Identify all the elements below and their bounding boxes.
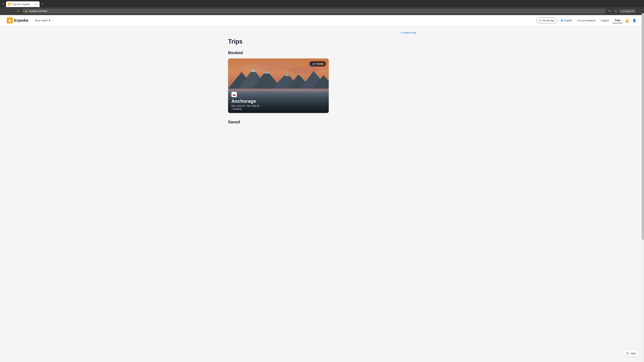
invite-btn[interactable]: 👥+ Invite <box>309 61 326 66</box>
globe-icon: 🌐 <box>560 19 563 22</box>
trip-city: Anchorage <box>232 98 325 104</box>
get-app-btn[interactable]: ⬇ Get the app <box>536 17 557 23</box>
create-trip-btn[interactable]: + Create a trip <box>400 31 416 34</box>
language-btn[interactable]: 🌐 English <box>558 18 574 23</box>
page-title: Trips <box>228 38 416 45</box>
list-property-btn[interactable]: List your property <box>576 18 598 23</box>
site-header: Expedia More travel ▼ ⬇ Get the app 🌐 En… <box>0 15 644 26</box>
help-btn[interactable]: 💬 Help <box>623 350 639 357</box>
chat-icon: 💬 <box>626 352 629 355</box>
download-icon: ⬇ <box>539 19 541 22</box>
incognito-btn[interactable]: 🉘 Incognito (2) <box>619 9 636 13</box>
booked-section-title: Booked <box>228 50 416 55</box>
trip-card-anchorage[interactable]: 👥+ Invite 🚗 Anchorage Mon, Feb 19 - Thu,… <box>228 58 329 113</box>
logo-icon <box>7 17 13 23</box>
list-property-label: List your property <box>578 19 596 22</box>
scroll-thumb[interactable] <box>642 13 644 240</box>
logo-link[interactable]: Expedia <box>7 17 28 23</box>
notifications-btn[interactable]: 🔔 <box>624 17 630 23</box>
page-wrapper: Expedia More travel ▼ ⬇ Get the app 🌐 En… <box>0 15 644 362</box>
reload-btn[interactable]: ↻ <box>16 8 21 14</box>
browser-tab-bar: ▼ Trips list | Expedia ✕ + <box>0 0 644 7</box>
svg-marker-1 <box>8 19 11 22</box>
url-text: expedia.com/trips <box>29 10 47 12</box>
header-actions: ⬇ Get the app 🌐 English List your proper… <box>536 17 637 23</box>
forward-btn[interactable]: → <box>9 8 14 14</box>
main-content: + Create a trip Trips Booked <box>221 26 422 130</box>
trips-nav-btn[interactable]: Trips <box>612 17 622 23</box>
active-tab[interactable]: Trips list | Expedia ✕ <box>6 1 40 7</box>
svg-marker-0 <box>8 3 10 5</box>
incognito-label: Incognito (2) <box>622 10 634 12</box>
tab-dropdown-btn[interactable]: ▼ <box>1 2 5 6</box>
back-btn[interactable]: ← <box>2 8 8 14</box>
new-tab-btn[interactable]: + <box>40 2 45 7</box>
incognito-icon: 🉘 <box>621 10 622 12</box>
support-label: Support <box>601 19 609 22</box>
trip-card-image: 👥+ Invite 🚗 Anchorage Mon, Feb 19 - Thu,… <box>228 58 329 113</box>
car-icon: 🚗 <box>232 93 236 96</box>
tab-favicon <box>8 3 11 5</box>
browser-nav-bar: ← → ↻ 🔒 expedia.com/trips ★ ◫ 🉘 Incognit… <box>0 7 644 15</box>
trip-card-body: 🚗 Anchorage Mon, Feb 19 - Thu, Feb 29 1 … <box>228 89 329 113</box>
tab-close-btn[interactable]: ✕ <box>34 3 38 6</box>
get-app-label: Get the app <box>542 19 554 22</box>
sidebar-btn[interactable]: ◫ <box>613 8 618 14</box>
trips-nav-label: Trips <box>614 19 620 22</box>
language-label: English <box>564 19 572 22</box>
user-account-btn[interactable]: 👤 <box>631 17 637 23</box>
more-travel-label: More travel <box>35 19 48 22</box>
support-btn[interactable]: Support <box>599 18 611 23</box>
car-icon-badge: 🚗 <box>232 92 237 97</box>
address-bar[interactable]: 🔒 expedia.com/trips <box>22 9 606 13</box>
more-travel-btn[interactable]: More travel ▼ <box>34 18 52 23</box>
nav-actions: ★ ◫ 🉘 Incognito (2) ⋮ <box>607 8 642 14</box>
trip-dates: Mon, Feb 19 - Thu, Feb 29 <box>232 105 325 107</box>
chevron-down-icon: ▼ <box>48 19 51 22</box>
saved-section-title: Saved <box>228 120 416 124</box>
create-trip-area: + Create a trip <box>228 31 416 34</box>
scrollbar[interactable] <box>642 13 644 362</box>
logo-text: Expedia <box>14 18 28 23</box>
tab-title: Trips list | Expedia <box>12 3 33 5</box>
help-label: Help <box>630 352 636 355</box>
bookmark-btn[interactable]: ★ <box>607 8 612 14</box>
menu-btn[interactable]: ⋮ <box>636 8 642 14</box>
invite-icon: 👥+ <box>312 62 316 65</box>
trip-bookings: 1 booking <box>232 108 325 110</box>
create-trip-label: + Create a trip <box>400 31 416 34</box>
invite-label: Invite <box>317 62 323 65</box>
browser-chrome: ▼ Trips list | Expedia ✕ + ← → ↻ 🔒 exped… <box>0 0 644 15</box>
